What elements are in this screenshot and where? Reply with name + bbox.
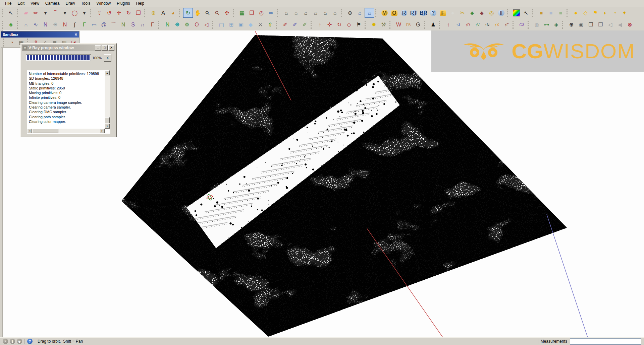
sphere-light[interactable]: ◔ xyxy=(610,8,620,18)
rectangle-light[interactable]: ◇ xyxy=(581,8,590,18)
horizontal-scroll-thumb[interactable] xyxy=(32,129,58,133)
vertical-scroll-thumb[interactable] xyxy=(105,117,110,123)
cancel-render-button[interactable]: X xyxy=(104,54,111,62)
curve-u-tool[interactable]: ∩ xyxy=(138,20,148,30)
polygon-flower-tool[interactable]: ❋ xyxy=(172,20,182,30)
extrude-j-tool[interactable]: ↑J xyxy=(453,20,463,30)
figure-component[interactable]: ♟ xyxy=(428,20,438,30)
frustum-volume-tool[interactable]: ◀ xyxy=(615,20,625,30)
menu-draw[interactable]: Draw xyxy=(63,0,78,6)
pick-path-tool[interactable]: ↖ xyxy=(521,8,531,18)
line-tool[interactable]: ✏ xyxy=(31,8,41,18)
toolbar-grip[interactable] xyxy=(424,21,427,29)
arc-tool[interactable]: ⌒ xyxy=(50,8,60,18)
vray-render[interactable]: R xyxy=(399,8,409,18)
circle-dropdown-arrow[interactable]: ▾ xyxy=(79,8,89,18)
fur-grass-tool[interactable]: G xyxy=(413,20,423,30)
toolbar-grip[interactable] xyxy=(2,9,4,17)
soften-cube-tool[interactable]: ▢ xyxy=(217,20,226,30)
scroll-up-button[interactable]: ▲ xyxy=(105,70,110,75)
maximize-button[interactable]: □ xyxy=(102,45,108,51)
curve-settings-tool[interactable]: ⚙ xyxy=(182,20,192,30)
toolbar-grip[interactable] xyxy=(507,9,510,17)
vray-pack-project[interactable]: ✂ xyxy=(458,8,467,18)
toolbar-grip[interactable] xyxy=(341,9,343,17)
circle-tool[interactable]: ◯ xyxy=(70,8,79,18)
toolbar-grip[interactable] xyxy=(277,9,280,17)
section-display-toggle[interactable]: ⌂ xyxy=(355,8,365,18)
subdivide-cube-tool[interactable]: ⊞ xyxy=(226,20,236,30)
camera-pan-tool[interactable]: ❐ xyxy=(596,20,605,30)
cube-gold[interactable]: ■ xyxy=(536,8,546,18)
menu-edit[interactable]: Edit xyxy=(14,0,28,6)
vray-sphere-preview[interactable]: ● xyxy=(448,8,458,18)
pushpull-tool[interactable]: ⇧ xyxy=(95,8,104,18)
cube-green[interactable]: ■ xyxy=(556,8,566,18)
knife-tool[interactable]: ⚔ xyxy=(256,20,265,30)
scroll-left-button[interactable]: ◄ xyxy=(27,129,32,133)
measurements-input[interactable] xyxy=(570,338,641,345)
move-tool[interactable]: ✛ xyxy=(114,8,124,18)
vray-material-editor[interactable]: M xyxy=(380,8,389,18)
zoom-window-tool[interactable]: ⚲ xyxy=(212,8,222,18)
attractor-tool[interactable]: ⊶ xyxy=(542,20,551,30)
view-right[interactable]: ⌂ xyxy=(330,8,340,18)
vray-render-rt[interactable]: RT xyxy=(409,8,419,18)
sandbox-titlebar[interactable]: Sandbox ✕ xyxy=(1,31,79,38)
scroll-down-button[interactable]: ▼ xyxy=(105,124,110,129)
menu-file[interactable]: File xyxy=(2,0,14,6)
toolbar-grip[interactable] xyxy=(311,21,313,29)
line-dropdown-arrow[interactable]: ▾ xyxy=(41,8,50,18)
sandbox-close-icon[interactable]: ✕ xyxy=(74,32,77,37)
tape-measure-tool[interactable]: ⊚ xyxy=(149,8,158,18)
vray-proxy-export[interactable]: ♣ xyxy=(477,8,487,18)
menu-help[interactable]: Help xyxy=(133,0,148,6)
vray-progress-window[interactable]: V V-Ray progress window _ □ X 100% X Num… xyxy=(20,43,117,137)
toolbar-grip[interactable] xyxy=(3,39,5,47)
wireframe-mesh-tool[interactable]: ◈ xyxy=(551,20,561,30)
curve-polyline-tool[interactable]: ∩ xyxy=(21,20,31,30)
pie-tool[interactable]: ◁ xyxy=(202,20,211,30)
toolbar-grip[interactable] xyxy=(439,21,442,29)
vray-region-render[interactable]: ◎ xyxy=(487,8,496,18)
ellipse-tool[interactable]: O xyxy=(192,20,202,30)
extrude-f-tool[interactable]: ↑F xyxy=(502,20,512,30)
sculpt-smooth-brush[interactable]: ✐ xyxy=(290,20,300,30)
extrude-v-tool[interactable]: ↑V xyxy=(473,20,482,30)
zoom-extents-tool[interactable]: ✣ xyxy=(222,8,232,18)
log-vertical-scrollbar[interactable]: ▲ ▼ xyxy=(105,70,110,129)
toolbar-grip[interactable] xyxy=(212,21,215,29)
curve-zigzag-tool[interactable]: N xyxy=(118,20,128,30)
help-icon[interactable]: ? xyxy=(27,339,33,344)
remove-camera-tool[interactable]: ⊗ xyxy=(625,20,635,30)
toolbar-grip[interactable] xyxy=(513,21,515,29)
curviloft-tool[interactable]: C3 xyxy=(517,20,527,30)
vray-batch-render[interactable]: BR xyxy=(419,8,428,18)
paint-bucket-tool[interactable]: ◕ xyxy=(168,8,178,18)
menu-camera[interactable]: Camera xyxy=(42,0,63,6)
ies-light[interactable]: ✦ xyxy=(620,8,629,18)
text-tool[interactable]: A xyxy=(158,8,168,18)
vertex-select-tool[interactable]: ◇ xyxy=(344,20,354,30)
curve-s-tool[interactable]: ʃ xyxy=(70,20,79,30)
curve-rect-tool[interactable]: ▭ xyxy=(89,20,99,30)
dome-light[interactable]: ◗ xyxy=(600,8,610,18)
vray-asset-options[interactable]: O xyxy=(389,8,399,18)
toolbar-grip[interactable] xyxy=(562,21,565,29)
close-button[interactable]: X xyxy=(108,45,114,51)
camera-dolly-tool[interactable]: ❐ xyxy=(586,20,596,30)
tree-maker-tool[interactable]: ♣ xyxy=(6,20,16,30)
fur-wheat-tool[interactable]: W xyxy=(394,20,404,30)
sculpt-paint-brush[interactable]: ✐ xyxy=(300,20,310,30)
frustum-lines-tool[interactable]: ◁ xyxy=(605,20,615,30)
spot-light[interactable]: ⚑ xyxy=(590,8,600,18)
toolbar-grip[interactable] xyxy=(179,9,181,17)
minimize-button[interactable]: _ xyxy=(95,45,101,51)
extract-face-tool[interactable]: ⇧ xyxy=(265,20,275,30)
vertex-move-tool[interactable]: ✛ xyxy=(325,20,334,30)
extrude-x-tool[interactable]: ↑X xyxy=(492,20,502,30)
extension-warehouse-tool[interactable]: ◴ xyxy=(257,8,266,18)
curve-spiral-tool[interactable]: @ xyxy=(99,20,109,30)
toolbar-grip[interactable] xyxy=(528,21,530,29)
zoom-tool[interactable]: ⚲ xyxy=(203,8,212,18)
